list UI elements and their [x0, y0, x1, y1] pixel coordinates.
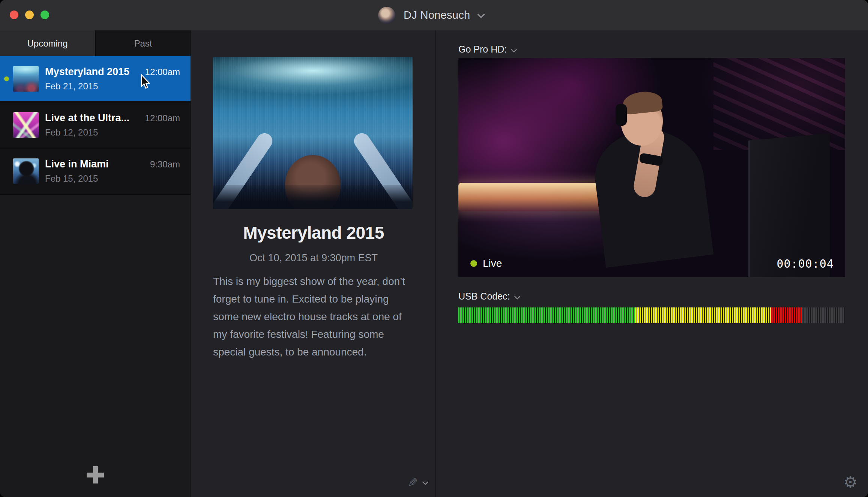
event-row-date: Feb 21, 2015 — [45, 81, 180, 92]
video-preview: Live 00:00:04 — [458, 58, 845, 277]
tab-upcoming[interactable]: Upcoming — [0, 30, 95, 56]
video-source-label: Go Pro HD: — [458, 44, 507, 55]
user-avatar — [378, 7, 395, 24]
event-row-title: Live in Miami — [45, 158, 109, 170]
sidebar-tabs: Upcoming Past — [0, 30, 191, 56]
tab-past[interactable]: Past — [95, 30, 191, 56]
audio-level-meter — [458, 307, 845, 323]
event-row-miami[interactable]: Live in Miami 9:30am Feb 15, 2015 — [0, 149, 191, 195]
event-sidebar: Upcoming Past Mysteryland 2015 12:00am F… — [0, 30, 191, 497]
live-dot-icon — [470, 260, 477, 267]
event-title: Mysteryland 2015 — [192, 223, 435, 243]
speaker-graphic — [748, 133, 830, 277]
app-window: DJ Nonesuch Upcoming Past Mysteryland 20… — [0, 0, 868, 497]
live-indicator-dot — [4, 77, 9, 81]
plus-icon — [87, 466, 104, 483]
add-event-button[interactable] — [84, 464, 107, 486]
stream-panel: Go Pro HD: Live 00:00:04 USB Codec: — [437, 30, 868, 497]
meter-red-segment — [771, 307, 802, 323]
event-row-date: Feb 12, 2015 — [45, 127, 180, 138]
event-datetime: Oct 10, 2015 at 9:30pm EST — [192, 252, 435, 264]
zoom-window-button[interactable] — [41, 11, 49, 19]
minimize-window-button[interactable] — [25, 11, 34, 19]
meter-off-segment — [802, 307, 845, 323]
live-status-badge: Live — [470, 258, 502, 270]
audio-source-label: USB Codec: — [458, 291, 510, 302]
chevron-down-icon — [478, 13, 484, 17]
stream-timecode: 00:00:04 — [777, 257, 834, 270]
account-menu[interactable]: DJ Nonesuch — [378, 0, 484, 30]
meter-green-segment — [458, 307, 635, 323]
event-thumbnail — [13, 66, 39, 92]
event-row-date: Feb 15, 2015 — [45, 173, 180, 184]
event-row-ultra[interactable]: Live at the Ultra... 12:00am Feb 12, 201… — [0, 102, 191, 149]
window-controls — [10, 11, 49, 19]
live-label: Live — [483, 258, 502, 270]
chevron-down-icon — [515, 296, 520, 299]
dj-hair-graphic — [622, 90, 663, 115]
event-row-title: Live at the Ultra... — [45, 112, 129, 124]
event-row-title: Mysteryland 2015 — [45, 66, 129, 78]
event-row-mysteryland[interactable]: Mysteryland 2015 12:00am Feb 21, 2015 — [0, 56, 191, 102]
event-list: Mysteryland 2015 12:00am Feb 21, 2015 Li… — [0, 56, 191, 195]
settings-gear-icon[interactable]: ⚙ — [843, 474, 857, 490]
mouse-cursor — [140, 74, 152, 90]
meter-yellow-segment — [635, 307, 771, 323]
account-name: DJ Nonesuch — [404, 9, 470, 21]
event-description: This is my biggest show of the year, don… — [213, 273, 411, 361]
event-thumbnail — [13, 158, 39, 184]
event-row-time: 12:00am — [145, 113, 180, 123]
titlebar: DJ Nonesuch — [0, 0, 868, 30]
chevron-down-icon[interactable] — [423, 481, 428, 484]
video-source-dropdown[interactable]: Go Pro HD: — [458, 44, 516, 55]
event-thumbnail — [13, 112, 39, 138]
audio-source-dropdown[interactable]: USB Codec: — [458, 291, 520, 302]
edit-controls: ✎ — [408, 477, 428, 489]
event-row-time: 9:30am — [150, 159, 180, 170]
chevron-down-icon — [512, 49, 516, 52]
dj-decks-graphic — [213, 185, 413, 209]
event-detail-panel: Mysteryland 2015 Oct 10, 2015 at 9:30pm … — [192, 30, 436, 497]
close-window-button[interactable] — [10, 11, 18, 19]
headphones-graphic — [616, 104, 627, 126]
edit-icon[interactable]: ✎ — [408, 477, 418, 489]
event-cover-image — [213, 57, 413, 209]
